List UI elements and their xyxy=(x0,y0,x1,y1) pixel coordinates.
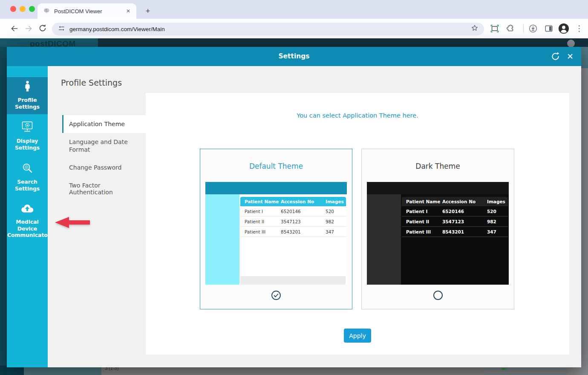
forward-icon[interactable] xyxy=(24,24,34,33)
theme-card-default[interactable]: Default Theme Patient Name Accession No … xyxy=(200,149,352,309)
preview-table-row: Patient III8543201347 xyxy=(240,227,346,237)
new-tab-button[interactable]: + xyxy=(143,6,153,16)
settings-sidebar: Profile Settings Display Settings Search… xyxy=(7,66,48,367)
sidebar-item-profile-settings[interactable]: Profile Settings xyxy=(7,77,48,114)
bookmark-star-icon[interactable] xyxy=(470,24,479,34)
screen-capture-icon[interactable] xyxy=(490,24,499,35)
url-text[interactable]: germany.postdicom.com/Viewer/Main xyxy=(69,26,470,32)
background-outlined-button xyxy=(484,369,567,374)
background-green-remnant xyxy=(502,368,506,370)
preview-sidebar xyxy=(205,194,239,285)
toolbar-separator xyxy=(523,24,524,33)
default-theme-preview: Patient Name Accession No Images Patient… xyxy=(205,182,347,285)
search-gear-icon xyxy=(22,163,33,175)
tab-close-icon[interactable]: ✕ xyxy=(124,7,132,15)
subnav-item-application-theme[interactable]: Application Theme xyxy=(62,115,146,133)
extensions-puzzle-icon[interactable] xyxy=(506,24,515,35)
sidebar-spacer xyxy=(7,66,48,77)
background-app-header: postDICOM xyxy=(0,38,588,47)
sidebar-item-medical-device-communicator[interactable]: Medical Device Communicator xyxy=(7,197,48,245)
subnav-item-language-date-format[interactable]: Language and Date Format xyxy=(62,138,137,153)
background-bottom-teal-block xyxy=(24,367,101,375)
preview-table-row: Patient I6520146520 xyxy=(240,206,346,216)
preview-table-header: Patient Name Accession No Images xyxy=(402,197,508,206)
preview-header-bar xyxy=(367,182,509,194)
profile-avatar[interactable] xyxy=(558,23,569,36)
cloud-upload-icon xyxy=(20,203,35,215)
sidebar-item-label: Medical Device Communicator xyxy=(7,219,47,239)
background-left-corner xyxy=(0,366,7,375)
preview-sidebar xyxy=(367,194,401,285)
modal-title: Settings xyxy=(7,47,581,66)
close-icon[interactable]: ✕ xyxy=(565,51,575,61)
annotation-arrow-left xyxy=(54,215,91,230)
mac-zoom-button[interactable] xyxy=(29,6,35,12)
side-panel-icon[interactable] xyxy=(544,24,553,35)
sidebar-item-label: Profile Settings xyxy=(7,97,47,110)
preview-table: Patient Name Accession No Images Patient… xyxy=(240,197,346,237)
preview-table-row: Patient III8543201347 xyxy=(402,227,508,237)
dark-theme-title: Dark Theme xyxy=(362,162,514,170)
application-theme-panel: You can select Application Theme here. D… xyxy=(146,93,569,355)
background-avatar-remnant xyxy=(567,40,575,47)
site-info-icon[interactable] xyxy=(58,25,65,34)
apply-button[interactable]: Apply xyxy=(344,329,371,343)
background-right-strip-top xyxy=(581,47,588,68)
monitor-gear-icon xyxy=(21,121,34,134)
radio-circle-icon[interactable] xyxy=(433,290,443,300)
default-theme-title: Default Theme xyxy=(200,162,352,170)
preview-footer-bar xyxy=(240,276,346,285)
subnav-item-two-factor-authentication[interactable]: Two Factor Authentication xyxy=(62,182,146,196)
download-icon[interactable] xyxy=(528,24,538,35)
subnav-item-change-password[interactable]: Change Password xyxy=(62,164,121,171)
preview-table: Patient Name Accession No Images Patient… xyxy=(402,197,508,237)
background-left-sidebar xyxy=(0,47,7,375)
background-bottom-dark-block xyxy=(7,367,24,375)
settings-modal: Settings ✕ Profile Settings Display Sett… xyxy=(7,47,581,367)
preview-content: Patient Name Accession No Images Patient… xyxy=(401,194,509,285)
settings-content: Profile Settings Application Theme Langu… xyxy=(48,66,581,367)
preview-content: Patient Name Accession No Images Patient… xyxy=(239,194,347,285)
postdicom-logo: postDICOM xyxy=(30,39,76,47)
sidebar-item-display-settings[interactable]: Display Settings xyxy=(7,114,48,158)
mac-minimize-button[interactable] xyxy=(20,6,26,12)
favicon-brain-icon xyxy=(43,7,50,15)
background-bottom-strip: 3 (1-3) xyxy=(7,367,581,375)
browser-tab[interactable]: PostDICOM Viewer ✕ xyxy=(37,3,136,19)
preview-table-row: Patient II3547123982 xyxy=(402,216,508,227)
modal-header: Settings ✕ xyxy=(7,47,581,66)
back-icon[interactable] xyxy=(9,24,19,33)
theme-hint-text: You can select Application Theme here. xyxy=(146,112,569,119)
person-icon xyxy=(23,81,32,93)
browser-menu-kebab-icon[interactable]: ⋮ xyxy=(575,23,583,33)
background-page-indicator: 3 (1-3) xyxy=(105,367,118,371)
refresh-icon[interactable] xyxy=(551,52,561,62)
tab-title: PostDICOM Viewer xyxy=(54,8,124,14)
browser-tab-strip: PostDICOM Viewer ✕ + xyxy=(0,0,588,19)
theme-card-dark[interactable]: Dark Theme Patient Name Accession No Ima… xyxy=(361,149,514,309)
check-circle-icon[interactable] xyxy=(271,290,281,300)
preview-table-row: Patient II3547123982 xyxy=(240,216,346,227)
sidebar-item-label: Display Settings xyxy=(7,138,47,151)
reload-icon[interactable] xyxy=(38,24,48,33)
address-bar[interactable]: germany.postdicom.com/Viewer/Main xyxy=(52,23,484,35)
sidebar-item-label: Search Settings xyxy=(7,179,47,192)
sidebar-item-search-settings[interactable]: Search Settings xyxy=(7,158,48,197)
background-right-strip xyxy=(581,68,588,375)
dark-theme-preview: Patient Name Accession No Images Patient… xyxy=(367,182,509,285)
mac-close-button[interactable] xyxy=(10,6,16,12)
preview-table-header: Patient Name Accession No Images xyxy=(240,197,346,206)
preview-header-bar xyxy=(205,182,347,194)
preview-table-row: Patient I6520146520 xyxy=(402,206,508,216)
